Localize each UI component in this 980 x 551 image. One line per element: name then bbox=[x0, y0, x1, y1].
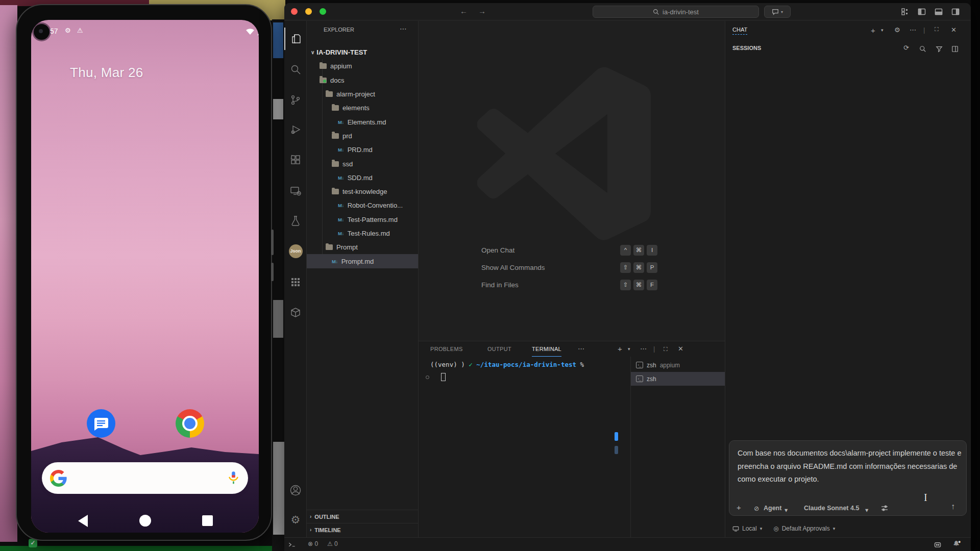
toggle-panel-icon[interactable] bbox=[935, 8, 943, 16]
chat-close-icon[interactable]: ✕ bbox=[951, 26, 957, 34]
maximize-window-button[interactable] bbox=[320, 8, 326, 15]
outline-section[interactable]: › OUTLINE bbox=[307, 510, 418, 523]
tree-item-elements-md[interactable]: M↓ Elements.md bbox=[307, 115, 418, 129]
tree-item-alarm-project[interactable]: alarm-project bbox=[307, 87, 418, 101]
model-picker[interactable]: Claude Sonnet 4.5 bbox=[804, 505, 859, 512]
recents-button[interactable] bbox=[202, 515, 213, 526]
agent-mode-picker[interactable]: Agent bbox=[764, 505, 781, 512]
panel-more-actions[interactable]: ⋯ bbox=[640, 341, 647, 357]
run-debug-activity-icon[interactable] bbox=[284, 118, 307, 141]
messages-app-icon[interactable] bbox=[87, 409, 115, 438]
home-button[interactable] bbox=[139, 515, 151, 527]
chat-settings-gear-icon[interactable]: ⚙ bbox=[894, 26, 900, 34]
voice-search-mic-icon[interactable] bbox=[225, 469, 242, 487]
remote-indicator-icon[interactable] bbox=[288, 541, 296, 548]
tune-settings-icon[interactable] bbox=[880, 504, 889, 512]
tree-item-robot-conventions[interactable]: M↓ Robot-Conventio... bbox=[307, 198, 418, 212]
tree-item-prompt[interactable]: Prompt bbox=[307, 240, 418, 254]
tree-item-elements[interactable]: elements bbox=[307, 101, 418, 115]
account-activity-icon[interactable] bbox=[284, 479, 307, 502]
tree-item-test-patterns-md[interactable]: M↓ Test-Patterns.md bbox=[307, 213, 418, 227]
panel-tabs-more[interactable]: ⋯ bbox=[578, 341, 584, 357]
notification-dot: ● bbox=[958, 539, 961, 544]
panel-separator: | bbox=[653, 341, 655, 357]
chat-panel: CHAT + ▾ ⚙ ⋯ | ⛶ ✕ SESSIONS ⟳ Com base n… bbox=[725, 21, 970, 537]
google-search-bar[interactable] bbox=[42, 462, 248, 494]
key-f: F bbox=[647, 280, 657, 290]
tree-item-test-rules-md[interactable]: M↓ Test-Rules.md bbox=[307, 227, 418, 240]
tree-item-prd[interactable]: prd bbox=[307, 129, 418, 143]
send-button[interactable]: ↑ bbox=[951, 502, 955, 511]
package-extension-activity-icon[interactable] bbox=[284, 301, 307, 323]
toggle-sidebar-icon[interactable] bbox=[918, 8, 926, 16]
json-extension-activity-icon[interactable]: Json bbox=[284, 240, 307, 262]
chat-input-box[interactable]: Com base nos documentos docs\alarm-proje… bbox=[729, 440, 967, 516]
key-shift: ⇧ bbox=[620, 262, 631, 273]
tab-output[interactable]: OUTPUT bbox=[487, 341, 511, 357]
terminal-scroll-mark-dim[interactable] bbox=[615, 446, 618, 454]
warnings-indicator[interactable]: ⚠ 0 bbox=[327, 540, 338, 547]
explorer-header: EXPLORER ⋯ bbox=[307, 21, 418, 38]
terminal-scroll-mark[interactable] bbox=[615, 432, 618, 441]
explorer-more-actions[interactable]: ⋯ bbox=[400, 24, 407, 33]
close-window-button[interactable] bbox=[291, 8, 298, 15]
grid-extension-activity-icon[interactable] bbox=[284, 271, 307, 293]
errors-indicator[interactable]: ⊗ 0 bbox=[308, 540, 318, 547]
clock: 57 bbox=[50, 27, 58, 35]
sessions-layout-icon[interactable] bbox=[951, 45, 959, 53]
minimize-window-button[interactable] bbox=[305, 8, 312, 15]
sessions-search-icon[interactable] bbox=[919, 45, 926, 53]
terminal-content[interactable]: ((venv) ) ✓ ~/itau-pocs/ia-drivin-test % bbox=[419, 357, 630, 538]
markdown-icon: M↓ bbox=[338, 147, 344, 153]
testing-activity-icon[interactable] bbox=[284, 210, 307, 232]
new-chat-chevron[interactable]: ▾ bbox=[881, 28, 884, 33]
sessions-refresh-icon[interactable]: ⟳ bbox=[903, 44, 909, 52]
tab-terminal[interactable]: TERMINAL bbox=[532, 341, 561, 357]
markdown-icon: M↓ bbox=[338, 203, 344, 208]
source-control-activity-icon[interactable] bbox=[284, 89, 307, 111]
tree-item-prompt-md[interactable]: M↓ Prompt.md bbox=[307, 254, 418, 268]
vscode-window: ← → ia-drivin-test ▾ bbox=[284, 3, 971, 551]
toggle-secondary-sidebar-icon[interactable] bbox=[951, 8, 960, 16]
remote-explorer-activity-icon[interactable] bbox=[284, 180, 307, 202]
file-tree: ∨ IA-DRIVIN-TEST appium docs alarm-proje… bbox=[307, 45, 418, 268]
settings-gear-icon[interactable]: ⚙ bbox=[284, 509, 307, 531]
timeline-section[interactable]: › TIMELINE bbox=[307, 523, 418, 536]
tree-item-ssd[interactable]: ssd bbox=[307, 157, 418, 170]
history-forward-button[interactable]: → bbox=[478, 7, 486, 15]
extensions-activity-icon[interactable] bbox=[284, 149, 307, 171]
customize-layout-icon[interactable] bbox=[901, 8, 909, 16]
copilot-status-icon[interactable] bbox=[934, 541, 942, 548]
tree-item-docs[interactable]: docs bbox=[307, 73, 418, 87]
sessions-filter-icon[interactable] bbox=[936, 45, 943, 53]
back-button[interactable] bbox=[78, 515, 88, 527]
terminal-instance-zsh[interactable]: ›_ zsh bbox=[631, 372, 725, 386]
explorer-activity-icon[interactable] bbox=[284, 28, 307, 50]
attach-context-button[interactable]: + bbox=[737, 503, 741, 512]
chrome-app-icon[interactable] bbox=[176, 409, 204, 438]
search-activity-icon[interactable] bbox=[284, 58, 307, 81]
tree-item-appium[interactable]: appium bbox=[307, 59, 418, 73]
history-back-button[interactable]: ← bbox=[460, 7, 468, 15]
local-picker[interactable]: Local bbox=[742, 525, 757, 532]
new-chat-button[interactable]: + bbox=[871, 26, 875, 35]
command-center-search[interactable]: ia-drivin-test bbox=[593, 6, 759, 18]
new-terminal-button[interactable]: + bbox=[618, 341, 622, 357]
tree-item-prd-md[interactable]: M↓ PRD.md bbox=[307, 143, 418, 157]
terminal-dropdown-chevron[interactable]: ▾ bbox=[628, 341, 630, 357]
agent-mode-icon: ⊘ bbox=[754, 505, 759, 512]
shortcut-open-chat: Open Chat ^ ⌘ I bbox=[481, 241, 657, 259]
tab-problems[interactable]: PROBLEMS bbox=[430, 341, 463, 357]
approvals-picker[interactable]: Default Approvals bbox=[782, 525, 830, 532]
terminal-instance-zsh-appium[interactable]: ›_ zsh appium bbox=[631, 358, 725, 372]
close-panel-icon[interactable]: ✕ bbox=[678, 341, 683, 357]
tree-item-test-knowledge[interactable]: test-knowledge bbox=[307, 185, 418, 198]
tree-root-ia-drivin-test[interactable]: ∨ IA-DRIVIN-TEST bbox=[307, 45, 418, 59]
copilot-menu-button[interactable]: ▾ bbox=[764, 6, 791, 18]
tree-item-sdd-md[interactable]: M↓ SDD.md bbox=[307, 171, 418, 185]
editor-area: Open Chat ^ ⌘ I Show All Commands ⇧ ⌘ P bbox=[419, 21, 725, 341]
maximize-panel-icon[interactable]: ⛶ bbox=[664, 341, 668, 357]
chat-tab[interactable]: CHAT bbox=[732, 27, 747, 35]
chat-more-actions[interactable]: ⋯ bbox=[910, 26, 916, 34]
chat-maximize-icon[interactable]: ⛶ bbox=[935, 26, 939, 33]
